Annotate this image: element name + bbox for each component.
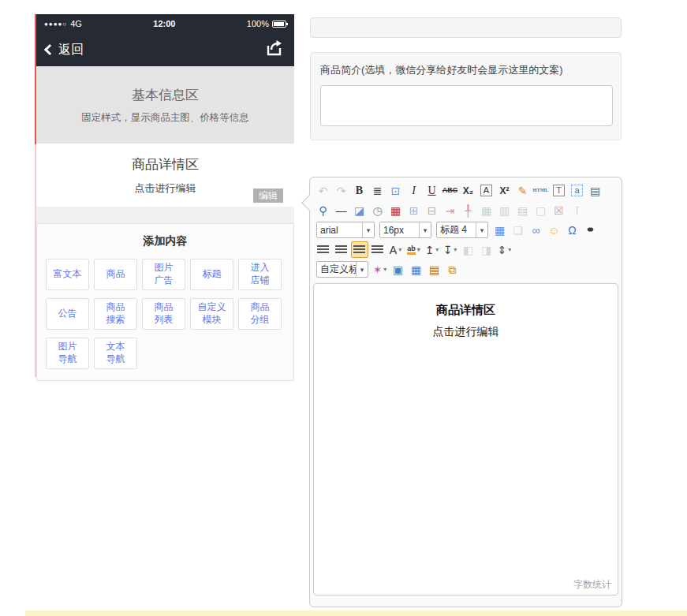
add-content-title: 添加内容 [46,234,285,248]
add-content-button[interactable]: 文本 导航 [94,338,137,369]
eraser-icon[interactable]: ◪ [351,202,368,218]
emoticon-icon[interactable]: ☺ [546,222,563,238]
product-brief-textarea[interactable] [320,85,613,126]
link-icon[interactable]: ∞ [528,222,545,238]
word-count-label[interactable]: 字数统计 [573,578,611,592]
add-content-button[interactable]: 商品 [94,259,137,290]
justify-icon[interactable] [369,241,386,258]
add-content-grid: 富文本商品图片 广告标题进入 店铺公告商品 搜索商品 列表自定义 模块商品 分组… [46,259,285,369]
screen-app-icon[interactable]: ▣ [390,261,407,278]
undo-icon: ↶ [315,182,332,199]
editor-toolbar-row-1: ↶↷B≣⊡IUABCX₂AX²✎HTMLTa▤ [312,181,619,200]
table-cell-icon: ▢ [532,202,550,218]
detail-module[interactable]: 商品详情区 点击进行编辑 编辑 [36,144,294,207]
add-content-button[interactable]: 图片 导航 [46,338,89,369]
product-title-input[interactable] [310,17,622,38]
paste-text-icon[interactable]: T [551,182,568,199]
layers-icon: ❏ [510,222,527,238]
strikethrough-icon[interactable]: ABC [442,182,459,199]
heading-select-arrow[interactable]: ▾ [476,222,487,237]
add-content-button[interactable]: 商品 搜索 [94,298,137,330]
bold-icon[interactable]: B [351,182,368,199]
bottom-highlight-strip [25,610,687,616]
clock-label: 12:00 [82,19,247,28]
print-icon[interactable]: ▤ [587,182,604,199]
phone-nav-bar: 返回 [36,33,294,66]
back-chevron-icon[interactable] [44,44,55,55]
font-family-select[interactable]: arial▾ [316,222,375,238]
rich-text-editor: ↶↷B≣⊡IUABCX₂AX²✎HTMLTa▤ ⚲—◪◷▦⊞⊟⇥╀▦▥▤▢☒⊺ … [309,177,622,607]
font-family-select-arrow[interactable]: ▾ [362,222,374,237]
font-size-select[interactable]: 16px▾ [379,222,431,238]
add-content-button[interactable]: 图片 广告 [142,259,185,290]
time-icon[interactable]: ◷ [369,202,386,218]
special-char-icon[interactable]: Ω [564,222,581,238]
basic-info-module: 基本信息区 固定样式，显示商品主图、价格等信息 [36,66,294,144]
add-content-button[interactable]: 自定义 模块 [190,298,233,330]
subscript-icon[interactable]: X₂ [460,182,477,199]
paragraph-space-top-icon[interactable]: ↥▾ [424,241,441,258]
add-content-button[interactable]: 商品 列表 [142,298,185,330]
underline-icon[interactable]: U [424,182,441,199]
detail-module-title: 商品详情区 [132,155,199,174]
table-grid-icon[interactable]: ▦ [408,261,425,278]
insert-col-icon[interactable]: ⊞ [405,202,423,218]
editor-content-area[interactable]: 商品详情区 点击进行编辑 字数统计 [313,283,618,595]
add-content-button[interactable]: 商品 分组 [238,298,282,330]
edit-badge[interactable]: 编辑 [253,189,283,203]
editor-toolbar-row-3: arial▾16px▾标题 4▾▦❏∞☺Ω⚭ [312,220,619,240]
module-gap [36,207,294,223]
anchor-icon[interactable]: a [569,182,586,199]
signal-strength-icon: ●●●●○ [44,21,67,28]
share-icon[interactable] [264,39,285,61]
superscript-icon[interactable]: X² [496,182,513,199]
editor-content-subtitle: 点击进行编辑 [314,325,618,339]
custom-title-select[interactable]: 自定义标题▾ [316,261,368,278]
product-brief-label: 商品简介(选填，微信分享给好友时会显示这里的文案) [320,63,611,77]
line-height-icon[interactable]: ⇕▾ [496,241,513,258]
align-right-icon[interactable] [333,241,350,258]
font-color-icon[interactable]: A▾ [387,241,405,258]
phone-status-bar: ●●●●○ 4G 12:00 100% [36,14,294,33]
html-source-icon[interactable]: HTML [532,182,550,199]
editor-toolbar-row-2: ⚲—◪◷▦⊞⊟⇥╀▦▥▤▢☒⊺ [312,200,619,220]
custom-title-select-arrow[interactable]: ▾ [356,262,368,277]
add-content-button[interactable]: 标题 [190,259,233,290]
insert-table-icon[interactable]: ▦ [491,222,509,238]
char-border-icon[interactable]: A [478,182,495,199]
italic-icon[interactable]: I [405,182,423,199]
hr-icon[interactable]: — [333,202,350,218]
heading-select[interactable]: 标题 4▾ [436,222,488,238]
editor-toolbar-row-4: A▾ab▾↥▾↧▾◧◨⇕▾ [312,240,619,259]
add-content-button[interactable]: 富文本 [46,259,89,290]
battery-icon [272,21,286,28]
text-table-icon: ⊺ [569,202,586,218]
find-replace-icon[interactable]: ⚭ [582,222,599,238]
insert-row-icon[interactable]: ⊟ [424,202,441,218]
delete-table-icon: ☒ [551,202,568,218]
paragraph-space-bottom-icon[interactable]: ↧▾ [442,241,459,258]
detail-module-subtitle: 点击进行编辑 [135,181,196,196]
battery-percent-label: 100% [247,19,269,28]
preview-icon[interactable]: ⚲ [315,202,332,218]
align-center-icon[interactable] [351,241,368,258]
product-brief-panel: 商品简介(选填，微信分享给好友时会显示这里的文案) [310,52,622,140]
format-painter-icon[interactable]: ⊡ [387,182,405,199]
remove-format-icon[interactable]: ✎ [514,182,532,199]
align-left-icon[interactable] [315,241,332,258]
outdent-icon: ◧ [460,241,477,258]
multi-image-icon[interactable]: ⧉ [444,261,461,278]
split-cell-icon[interactable]: ╀ [460,202,477,218]
add-content-button[interactable]: 进入 店铺 [238,259,282,290]
basic-info-title: 基本信息区 [132,86,199,104]
date-icon[interactable]: ▦ [387,202,405,218]
merge-cell-icon[interactable]: ⇥ [442,202,459,218]
phone-preview: ●●●●○ 4G 12:00 100% 返回 基本信息区 固定样式，显示商品主图… [36,14,294,381]
magic-wand-icon[interactable]: ✶▾ [372,261,389,278]
format-brush-icon[interactable]: ≣ [369,182,386,199]
font-size-select-arrow[interactable]: ▾ [419,222,431,237]
clipboard-icon[interactable]: ▤ [426,261,443,278]
add-content-button[interactable]: 公告 [46,298,89,330]
highlight-color-icon[interactable]: ab▾ [405,241,423,258]
back-button[interactable]: 返回 [58,42,84,58]
